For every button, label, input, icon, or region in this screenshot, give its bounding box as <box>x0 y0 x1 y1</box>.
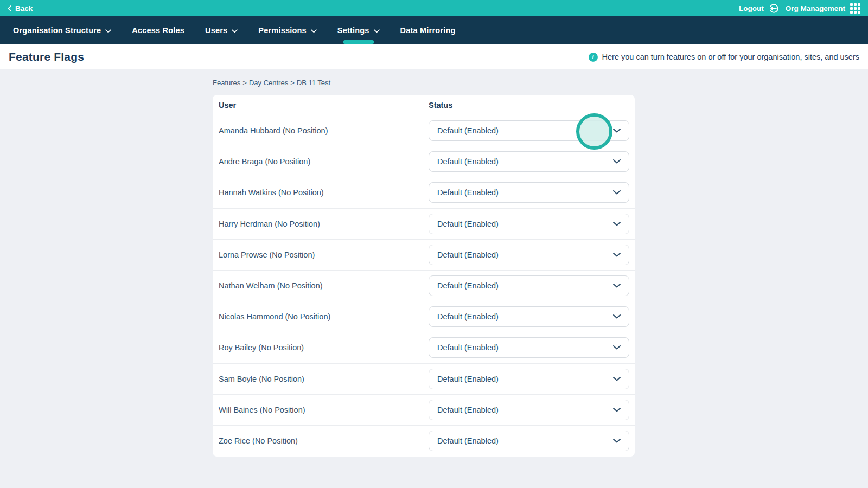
chevron-down-icon <box>311 29 317 33</box>
status-select-value: Default (Enabled) <box>437 312 499 321</box>
status-cell: Default (Enabled) <box>429 214 635 234</box>
status-cell: Default (Enabled) <box>429 151 635 172</box>
user-name: Andre Braga (No Position) <box>213 157 429 166</box>
status-select[interactable]: Default (Enabled) <box>429 214 629 234</box>
main-nav: Organisation StructureAccess RolesUsersP… <box>0 16 868 44</box>
user-name: Amanda Hubbard (No Position) <box>213 126 429 135</box>
user-name: Roy Bailey (No Position) <box>213 343 429 352</box>
info-text: Here you can turn features on or off for… <box>602 53 859 61</box>
status-select-value: Default (Enabled) <box>437 436 499 445</box>
chevron-left-icon <box>8 5 11 11</box>
chevron-down-icon <box>613 159 621 164</box>
chevron-down-icon <box>613 314 621 319</box>
nav-item-label: Permissions <box>258 26 306 35</box>
org-management-label: Org Management <box>786 4 845 12</box>
breadcrumb-separator: > <box>290 79 295 87</box>
status-select-value: Default (Enabled) <box>437 375 499 383</box>
nav-item-organisation-structure[interactable]: Organisation Structure <box>13 16 111 44</box>
status-select[interactable]: Default (Enabled) <box>429 245 629 265</box>
status-cell: Default (Enabled) <box>429 431 635 451</box>
table-body: Amanda Hubbard (No Position)Default (Ena… <box>213 115 635 457</box>
nav-item-permissions[interactable]: Permissions <box>258 16 316 44</box>
status-select-value: Default (Enabled) <box>437 343 499 352</box>
column-header-status: Status <box>429 101 635 110</box>
status-cell: Default (Enabled) <box>429 337 635 358</box>
table-row: Will Baines (No Position)Default (Enable… <box>213 395 635 426</box>
nav-item-label: Access Roles <box>132 26 184 35</box>
nav-item-label: Organisation Structure <box>13 26 101 35</box>
chevron-down-icon <box>613 439 621 443</box>
breadcrumb-item[interactable]: DB 11 Test <box>297 79 330 87</box>
user-name: Nicolas Hammond (No Position) <box>213 312 429 321</box>
nav-item-data-mirroring[interactable]: Data Mirroring <box>400 16 456 44</box>
nav-item-users[interactable]: Users <box>205 16 238 44</box>
status-select[interactable]: Default (Enabled) <box>429 400 629 420</box>
table-row: Zoe Rice (No Position)Default (Enabled) <box>213 426 635 457</box>
nav-item-label: Settings <box>337 26 369 35</box>
table-row: Nathan Welham (No Position)Default (Enab… <box>213 271 635 301</box>
status-select-value: Default (Enabled) <box>437 126 499 135</box>
status-select[interactable]: Default (Enabled) <box>429 431 629 451</box>
table-row: Nicolas Hammond (No Position)Default (En… <box>213 301 635 332</box>
status-select[interactable]: Default (Enabled) <box>429 306 629 327</box>
status-select[interactable]: Default (Enabled) <box>429 337 629 358</box>
back-label: Back <box>15 4 33 12</box>
chevron-down-icon <box>613 190 621 195</box>
chevron-down-icon <box>374 29 380 33</box>
user-name: Lorna Prowse (No Position) <box>213 251 429 259</box>
breadcrumb-item[interactable]: Features <box>213 79 240 87</box>
status-cell: Default (Enabled) <box>429 306 635 327</box>
active-tab-indicator <box>343 40 374 44</box>
user-name: Nathan Welham (No Position) <box>213 281 429 290</box>
status-select-value: Default (Enabled) <box>437 220 499 228</box>
user-name: Sam Boyle (No Position) <box>213 375 429 383</box>
status-select-value: Default (Enabled) <box>437 157 499 166</box>
chevron-down-icon <box>613 345 621 350</box>
column-header-user: User <box>213 101 429 110</box>
table-row: Amanda Hubbard (No Position)Default (Ena… <box>213 115 635 146</box>
org-management-button[interactable]: Org Management <box>786 3 860 14</box>
table-row: Sam Boyle (No Position)Default (Enabled) <box>213 364 635 395</box>
table-row: Andre Braga (No Position)Default (Enable… <box>213 146 635 177</box>
logout-button[interactable]: Logout <box>739 3 779 14</box>
info-icon: i <box>589 53 598 62</box>
topbar: Back Logout Org Management <box>0 0 868 16</box>
chevron-down-icon <box>613 253 621 257</box>
status-select[interactable]: Default (Enabled) <box>429 182 629 203</box>
logout-label: Logout <box>739 4 764 12</box>
page-header: Feature Flags i Here you can turn featur… <box>0 44 868 69</box>
table-header-row: User Status <box>213 95 635 115</box>
status-select[interactable]: Default (Enabled) <box>429 151 629 172</box>
status-cell: Default (Enabled) <box>429 400 635 420</box>
nav-item-access-roles[interactable]: Access Roles <box>132 16 184 44</box>
back-button[interactable]: Back <box>8 4 33 12</box>
click-highlight-circle <box>576 113 612 150</box>
status-cell: Default (Enabled) <box>429 275 635 296</box>
nav-item-label: Data Mirroring <box>400 26 456 35</box>
chevron-down-icon <box>613 284 621 288</box>
nav-item-label: Users <box>205 26 227 35</box>
status-select[interactable]: Default (Enabled) <box>429 275 629 296</box>
chevron-down-icon <box>613 377 621 381</box>
chevron-down-icon <box>613 129 621 133</box>
table-row: Hannah Watkins (No Position)Default (Ena… <box>213 177 635 208</box>
info-message: i Here you can turn features on or off f… <box>589 53 859 62</box>
table-row: Roy Bailey (No Position)Default (Enabled… <box>213 332 635 363</box>
chevron-down-icon <box>613 222 621 226</box>
status-cell: Default (Enabled) <box>429 245 635 265</box>
chevron-down-icon <box>105 29 111 33</box>
apps-grid-icon <box>850 3 860 14</box>
status-cell: Default (Enabled) <box>429 369 635 389</box>
breadcrumb: Features>Day Centres>DB 11 Test <box>213 79 868 87</box>
table-row: Lorna Prowse (No Position)Default (Enabl… <box>213 240 635 271</box>
status-select[interactable]: Default (Enabled) <box>429 369 629 389</box>
table-row: Harry Herdman (No Position)Default (Enab… <box>213 209 635 240</box>
status-select-value: Default (Enabled) <box>437 188 499 197</box>
content-area: Features>Day Centres>DB 11 Test User Sta… <box>0 79 868 457</box>
nav-item-settings[interactable]: Settings <box>337 16 380 44</box>
status-select-value: Default (Enabled) <box>437 281 499 290</box>
page-title: Feature Flags <box>9 50 84 63</box>
chevron-down-icon <box>232 29 238 33</box>
logout-icon <box>769 3 779 14</box>
breadcrumb-item[interactable]: Day Centres <box>249 79 288 87</box>
